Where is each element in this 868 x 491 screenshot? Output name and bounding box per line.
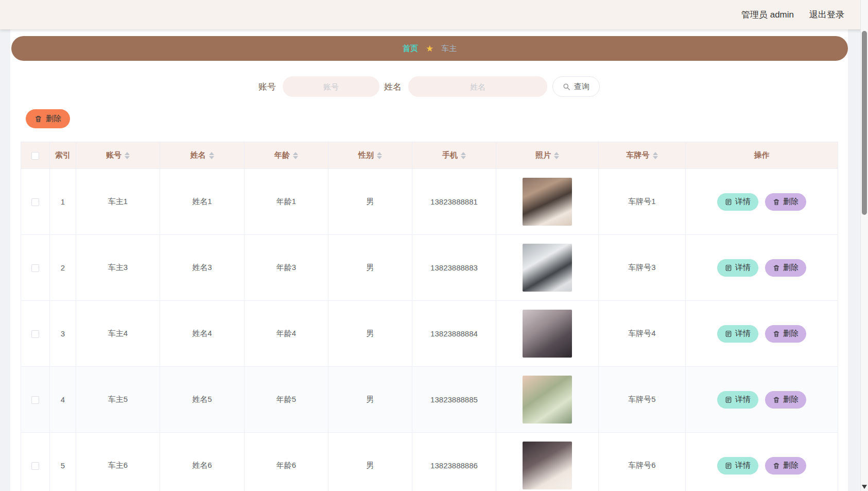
table-row: 4 车主5 姓名5 年龄5 男 13823888885 车牌号5 详情 — [21, 367, 838, 433]
row-checkbox[interactable] — [31, 396, 39, 404]
bulk-delete-label: 删除 — [46, 114, 61, 124]
table-row: 3 车主4 姓名4 年龄4 男 13823888884 车牌号4 详情 — [21, 301, 838, 367]
cell-age: 年龄6 — [245, 433, 328, 491]
sort-carets-icon[interactable] — [293, 152, 298, 159]
cell-age: 年龄5 — [245, 367, 328, 433]
column-header-photo[interactable]: 照片 — [496, 142, 599, 169]
row-delete-button-label: 删除 — [783, 461, 798, 470]
owner-photo — [523, 244, 572, 292]
trash-icon — [773, 264, 780, 272]
document-icon — [725, 198, 732, 206]
row-delete-button[interactable]: 删除 — [765, 325, 806, 343]
detail-button[interactable]: 详情 — [717, 457, 758, 475]
row-delete-button-label: 删除 — [783, 329, 798, 338]
document-icon — [725, 264, 732, 272]
trash-icon — [773, 396, 780, 403]
cell-name: 姓名1 — [160, 169, 245, 235]
detail-button-label: 详情 — [735, 461, 751, 470]
breadcrumb-home-link[interactable]: 首页 — [403, 44, 418, 54]
admin-user-label: 管理员 admin — [741, 9, 794, 21]
document-icon — [725, 396, 732, 403]
detail-button[interactable]: 详情 — [717, 193, 758, 211]
owners-table: 索引 账号 姓名 年龄 性别 — [21, 142, 838, 491]
bulk-delete-button[interactable]: 删除 — [26, 109, 70, 128]
document-icon — [725, 330, 732, 337]
search-row: 账号 姓名 查询 — [10, 76, 848, 97]
owner-photo — [523, 442, 572, 489]
account-input[interactable] — [283, 76, 379, 97]
column-header-gender[interactable]: 性别 — [328, 142, 412, 169]
topbar: 管理员 admin 退出登录 — [0, 0, 868, 29]
row-checkbox[interactable] — [31, 264, 39, 272]
document-icon — [725, 462, 732, 469]
table-body: 1 车主1 姓名1 年龄1 男 13823888881 车牌号1 详情 — [21, 169, 838, 491]
sort-carets-icon[interactable] — [209, 152, 214, 159]
vertical-scrollbar[interactable] — [860, 0, 868, 491]
cell-phone: 13823888884 — [412, 301, 496, 367]
column-header-age[interactable]: 年龄 — [245, 142, 328, 169]
row-delete-button[interactable]: 删除 — [765, 193, 806, 211]
column-header-phone[interactable]: 手机 — [412, 142, 496, 169]
cell-account: 车主5 — [76, 367, 160, 433]
scrollbar-thumb[interactable] — [862, 31, 867, 215]
query-button-label: 查询 — [574, 82, 589, 92]
row-delete-button[interactable]: 删除 — [765, 259, 806, 277]
sort-carets-icon[interactable] — [377, 152, 382, 159]
select-all-header — [21, 142, 50, 169]
row-checkbox[interactable] — [31, 198, 39, 206]
cell-account: 车主3 — [76, 235, 160, 301]
cell-phone: 13823888886 — [412, 433, 496, 491]
row-delete-button-label: 删除 — [783, 197, 798, 207]
star-icon: ★ — [426, 44, 433, 53]
breadcrumb: 首页 ★ 车主 — [11, 36, 848, 61]
name-input[interactable] — [408, 76, 547, 97]
cell-plate: 车牌号1 — [599, 169, 686, 235]
row-delete-button-label: 删除 — [783, 395, 798, 404]
cell-plate: 车牌号5 — [599, 367, 686, 433]
cell-index: 5 — [50, 433, 76, 491]
row-checkbox[interactable] — [31, 462, 39, 470]
cell-phone: 13823888885 — [412, 367, 496, 433]
sort-carets-icon[interactable] — [461, 152, 466, 159]
detail-button[interactable]: 详情 — [717, 391, 758, 409]
cell-name: 姓名4 — [160, 301, 245, 367]
cell-gender: 男 — [328, 433, 412, 491]
cell-age: 年龄1 — [245, 169, 328, 235]
owner-photo — [523, 376, 572, 424]
owner-photo — [523, 178, 572, 226]
row-delete-button[interactable]: 删除 — [765, 391, 806, 409]
cell-gender: 男 — [328, 169, 412, 235]
cell-phone: 13823888883 — [412, 235, 496, 301]
breadcrumb-current: 车主 — [441, 44, 457, 54]
owner-photo — [523, 310, 572, 358]
scrollbar-down-arrow-icon[interactable] — [862, 485, 867, 489]
table-row: 2 车主3 姓名3 年龄3 男 13823888883 车牌号3 详情 — [21, 235, 838, 301]
row-checkbox[interactable] — [31, 330, 39, 338]
cell-index: 2 — [50, 235, 76, 301]
table-row: 1 车主1 姓名1 年龄1 男 13823888881 车牌号1 详情 — [21, 169, 838, 235]
cell-gender: 男 — [328, 301, 412, 367]
detail-button[interactable]: 详情 — [717, 259, 758, 277]
cell-phone: 13823888881 — [412, 169, 496, 235]
detail-button-label: 详情 — [735, 329, 751, 338]
cell-name: 姓名3 — [160, 235, 245, 301]
logout-link[interactable]: 退出登录 — [809, 9, 844, 21]
detail-button[interactable]: 详情 — [717, 325, 758, 343]
trash-icon — [773, 330, 780, 337]
sort-carets-icon[interactable] — [125, 152, 130, 159]
query-button[interactable]: 查询 — [552, 76, 600, 97]
select-all-checkbox[interactable] — [31, 152, 39, 160]
column-header-name[interactable]: 姓名 — [160, 142, 245, 169]
cell-age: 年龄4 — [245, 301, 328, 367]
column-header-actions: 操作 — [686, 142, 838, 169]
cell-account: 车主4 — [76, 301, 160, 367]
cell-name: 姓名6 — [160, 433, 245, 491]
detail-button-label: 详情 — [735, 395, 751, 404]
sort-carets-icon[interactable] — [554, 152, 559, 159]
row-delete-button[interactable]: 删除 — [765, 457, 806, 475]
sort-carets-icon[interactable] — [653, 152, 658, 159]
cell-index: 1 — [50, 169, 76, 235]
column-header-account[interactable]: 账号 — [76, 142, 160, 169]
column-header-plate[interactable]: 车牌号 — [599, 142, 686, 169]
cell-index: 4 — [50, 367, 76, 433]
